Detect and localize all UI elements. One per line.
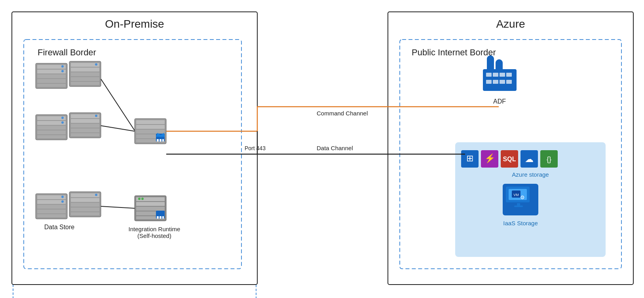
svg-text:Data Channel: Data Channel <box>317 145 353 151</box>
firewall-border-box <box>13 31 256 298</box>
diagram-container: On-Premise Azure On-Premise Firewall Bor… <box>0 0 644 298</box>
azure-box: Azure <box>388 12 633 285</box>
svg-text:Command Channel: Command Channel <box>317 110 368 117</box>
on-premise-box: On-Premise <box>12 12 257 285</box>
azure-title: Azure <box>389 13 633 31</box>
on-premise-title: On-Premise <box>13 13 256 31</box>
